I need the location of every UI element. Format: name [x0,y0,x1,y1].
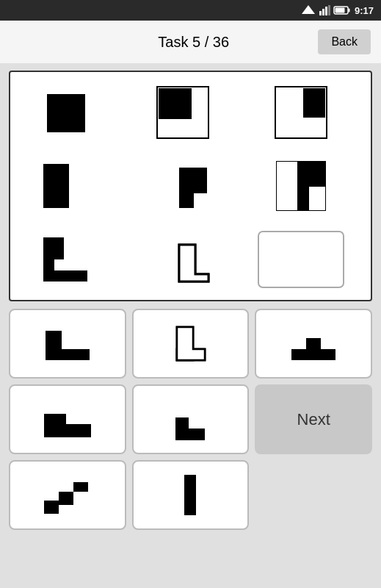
status-bar: 9:17 [0,0,381,21]
choices-area: Next [9,309,372,454]
svg-rect-6 [348,9,349,12]
svg-rect-45 [62,331,76,349]
puzzle-cell-8 [135,226,231,293]
svg-rect-56 [66,414,91,424]
choice-5[interactable] [132,384,250,454]
header: Task 5 / 36 Back [0,21,381,63]
svg-rect-42 [46,331,62,360]
svg-rect-58 [175,417,189,429]
svg-rect-26 [309,187,325,210]
svg-rect-8 [47,94,85,132]
svg-rect-16 [43,164,69,190]
svg-rect-1 [319,11,322,15]
puzzle-cell-2 [135,79,231,146]
puzzle-cell-5 [135,153,231,219]
back-button[interactable]: Back [318,29,371,54]
svg-rect-18 [69,190,87,208]
svg-rect-36 [43,259,54,270]
svg-rect-33 [43,237,54,259]
svg-rect-51 [321,349,335,360]
svg-rect-43 [62,349,90,360]
signal-icon [319,5,330,15]
svg-rect-34 [43,270,87,282]
svg-rect-54 [44,414,66,424]
choice-4[interactable] [9,384,126,454]
puzzle-cell-answer [253,226,349,293]
svg-rect-2 [322,9,324,15]
puzzle-cell-1 [18,79,113,146]
svg-rect-31 [64,237,87,259]
svg-rect-62 [184,475,196,515]
svg-rect-52 [291,349,306,360]
svg-rect-21 [179,193,194,208]
svg-rect-4 [328,5,330,15]
svg-rect-59 [44,501,59,514]
next-button[interactable]: Next [255,384,372,454]
svg-rect-17 [43,190,69,208]
choice-2[interactable] [132,309,250,379]
puzzle-cell-6 [253,153,349,219]
svg-rect-22 [194,193,207,208]
clock: 9:17 [355,5,374,16]
task-title: Task 5 / 36 [69,34,318,51]
svg-rect-13 [303,88,325,118]
puzzle-cell-7 [18,226,113,293]
svg-rect-10 [159,88,192,119]
choice-3[interactable] [255,309,372,379]
battery-icon [334,6,350,15]
svg-marker-0 [302,5,315,14]
svg-rect-11 [192,88,207,119]
svg-rect-60 [59,492,73,505]
svg-rect-57 [175,429,205,440]
svg-rect-41 [258,232,344,287]
choice-7[interactable] [9,460,126,530]
svg-rect-50 [306,338,321,360]
puzzle-cell-3 [253,79,349,146]
puzzle-cell-4 [18,153,113,219]
puzzle-grid [9,71,372,301]
wifi-icon [302,5,315,15]
svg-rect-35 [54,259,87,270]
svg-rect-27 [277,162,297,187]
svg-rect-61 [73,482,88,492]
choice-8[interactable] [132,460,250,530]
svg-rect-55 [44,424,91,437]
choice-1[interactable] [9,309,126,379]
svg-rect-25 [297,187,309,210]
svg-rect-24 [297,162,325,187]
svg-rect-3 [325,7,327,15]
svg-rect-28 [277,187,297,210]
svg-rect-14 [277,88,302,118]
svg-rect-7 [335,8,344,13]
svg-rect-20 [179,168,207,193]
